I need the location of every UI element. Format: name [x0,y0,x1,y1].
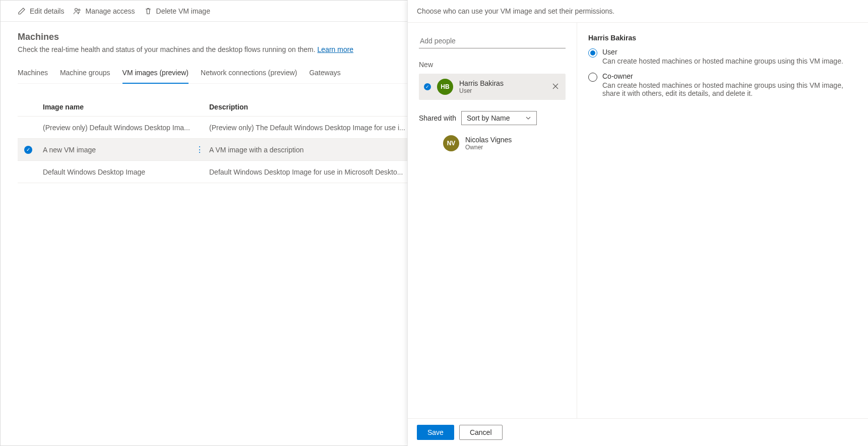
cancel-button[interactable]: Cancel [459,425,503,440]
permission-label: Co-owner [602,72,857,80]
permission-option-coowner[interactable]: Co-owner Can create hosted machines or h… [588,72,857,97]
sort-by-select[interactable]: Sort by Name [461,111,537,125]
col-header-name[interactable]: Image name [43,103,194,111]
avatar: HB [437,79,453,95]
radio-icon [588,48,597,58]
delete-vm-image-button[interactable]: Delete VM image [144,7,210,15]
permission-desc: Can create hosted machines or hosted mac… [602,81,857,97]
person-name: Nicolas Vignes [465,136,563,144]
selected-person-heading: Harris Bakiras [588,34,857,42]
remove-person-button[interactable] [550,81,561,93]
edit-details-button[interactable]: Edit details [18,7,64,15]
permission-option-user[interactable]: User Can create hosted machines or hoste… [588,48,857,65]
tab-network-connections[interactable]: Network connections (preview) [201,64,297,83]
tab-vm-images[interactable]: VM images (preview) [122,64,189,84]
panel-header-text: Choose who can use your VM image and set… [408,0,868,22]
subtitle-text: Check the real-time health and status of… [18,45,318,53]
new-person-card[interactable]: ✓ HB Harris Bakiras User [419,74,566,100]
new-section-label: New [419,61,566,69]
delete-vm-image-label: Delete VM image [156,7,210,15]
person-selected-check-icon: ✓ [424,83,431,90]
tab-machines[interactable]: Machines [18,64,48,83]
permission-label: User [602,48,843,56]
save-button[interactable]: Save [417,425,454,440]
shared-with-label: Shared with [419,114,456,122]
shared-person-item[interactable]: NV Nicolas Vignes Owner [419,132,566,154]
row-name: (Preview only) Default Windows Desktop I… [43,124,194,132]
row-name: Default Windows Desktop Image [43,168,194,176]
tab-gateways[interactable]: Gateways [309,64,340,83]
chevron-down-icon [525,115,531,121]
tab-machine-groups[interactable]: Machine groups [60,64,110,83]
person-role: Owner [465,144,563,151]
manage-access-button[interactable]: Manage access [73,7,135,15]
add-people-input[interactable] [419,34,566,48]
learn-more-link[interactable]: Learn more [318,45,354,53]
sort-by-value: Sort by Name [467,114,510,122]
manage-access-label: Manage access [85,7,135,15]
person-role: User [459,87,544,94]
manage-access-panel: Choose who can use your VM image and set… [407,0,868,446]
row-name: A new VM image [43,146,194,154]
delete-icon [144,7,152,15]
edit-details-label: Edit details [30,7,64,15]
close-icon [552,83,559,89]
svg-point-1 [79,9,81,11]
person-name: Harris Bakiras [459,79,544,87]
permission-desc: Can create hosted machines or hosted mac… [602,57,843,65]
avatar: NV [443,135,459,151]
row-selected-check-icon: ✓ [24,146,32,154]
radio-icon [588,73,597,82]
row-more-menu-icon[interactable]: ⋮ [196,146,204,154]
manage-access-icon [73,7,81,15]
svg-point-0 [75,8,78,11]
permission-radio-group: User Can create hosted machines or hoste… [588,48,857,97]
edit-icon [18,7,26,15]
